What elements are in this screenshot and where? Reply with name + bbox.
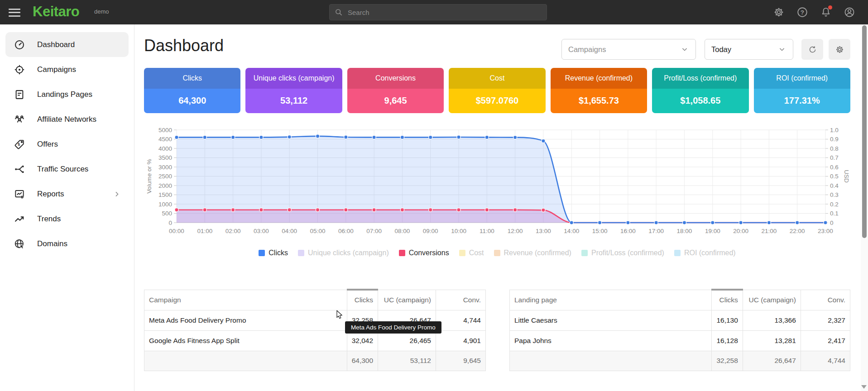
column-header-uc-campaign[interactable]: UC (campaign)	[378, 290, 436, 310]
table-cell[interactable]: Google Ads Fitness App Split	[144, 330, 347, 351]
legend-swatch	[259, 250, 265, 256]
svg-text:21:00: 21:00	[761, 228, 777, 234]
svg-text:0.6: 0.6	[830, 164, 839, 171]
search-input[interactable]	[348, 9, 542, 16]
table-cell[interactable]: 13,366	[743, 310, 801, 330]
svg-text:0.3: 0.3	[830, 191, 839, 198]
svg-text:4500: 4500	[158, 136, 172, 143]
table-row[interactable]: Little Caesars16,13013,3662,327	[510, 310, 850, 330]
legend-item-profit-loss-confirmed[interactable]: Profit/Loss (confirmed)	[581, 249, 664, 257]
svg-text:2500: 2500	[158, 173, 172, 180]
stat-card-title: Conversions	[347, 68, 444, 89]
svg-text:0.1: 0.1	[830, 210, 839, 217]
stat-card-cost[interactable]: Cost $597.0760	[449, 68, 545, 113]
table-cell[interactable]: Meta Ads Food Delivery Promo	[144, 310, 347, 330]
dashboard-icon	[14, 39, 25, 51]
sidebar-item-label: Traffic Sources	[37, 165, 88, 174]
legend-item-revenue-confirmed[interactable]: Revenue (confirmed)	[494, 249, 571, 257]
legend-swatch	[674, 250, 681, 256]
table-cell[interactable]: 16,130	[712, 310, 743, 330]
svg-text:0.8: 0.8	[830, 145, 839, 152]
help-icon	[796, 6, 808, 18]
stat-card-roi-confirmed[interactable]: ROI (confirmed) 177.31%	[754, 68, 850, 113]
svg-text:07:00: 07:00	[366, 228, 382, 234]
column-header-conv[interactable]: Conv.	[436, 290, 486, 310]
column-header-campaign[interactable]: Campaign	[144, 290, 347, 310]
legend-item-conversions[interactable]: Conversions	[399, 249, 449, 257]
settings-button[interactable]	[773, 6, 785, 18]
column-header-clicks[interactable]: Clicks	[347, 290, 378, 310]
svg-text:1.0: 1.0	[830, 127, 839, 134]
sidebar-item-trends[interactable]: Trends	[5, 206, 129, 231]
refresh-icon	[808, 45, 817, 54]
menu-icon[interactable]	[8, 6, 21, 18]
stat-card-value: 177.31%	[754, 89, 850, 113]
page-title: Dashboard	[144, 36, 224, 55]
legend-item-cost[interactable]: Cost	[459, 249, 484, 257]
legend-item-roi-confirmed[interactable]: ROI (confirmed)	[674, 249, 736, 257]
dashboard-chart[interactable]: 0500100015002000250030003500400045005000…	[144, 127, 850, 239]
totals-cell: 64,300	[347, 351, 378, 371]
svg-text:0.2: 0.2	[830, 201, 839, 208]
sidebar-item-campaigns[interactable]: Campaigns	[5, 57, 129, 82]
table-cell[interactable]: 13,281	[743, 330, 801, 351]
keitaro-logo[interactable]: Keitaro	[33, 4, 79, 20]
sidebar-item-affiliate-networks[interactable]: Affiliate Networks	[5, 107, 129, 132]
legend-item-clicks[interactable]: Clicks	[259, 249, 288, 257]
svg-text:20:00: 20:00	[733, 228, 748, 234]
sidebar-item-offers[interactable]: Offers	[5, 132, 129, 157]
landing-pages-icon	[14, 89, 25, 100]
stat-card-title: Unique clicks (campaign)	[245, 68, 342, 89]
date-range-select[interactable]: Today	[705, 39, 793, 60]
stat-card-revenue-confirmed[interactable]: Revenue (confirmed) $1,655.73	[551, 68, 647, 113]
account-button[interactable]	[844, 6, 855, 18]
svg-text:4000: 4000	[158, 145, 172, 152]
traffic-sources-icon	[14, 163, 25, 175]
table-cell[interactable]: 4,901	[436, 330, 486, 351]
sidebar-item-domains[interactable]: Domains	[5, 231, 129, 256]
affiliate-networks-icon	[14, 114, 25, 125]
svg-text:0.7: 0.7	[830, 154, 839, 161]
column-header-conv[interactable]: Conv.	[801, 290, 850, 310]
dashboard-settings-button[interactable]	[829, 39, 850, 60]
table-cell[interactable]: 16,128	[712, 330, 743, 351]
legend-swatch	[298, 250, 304, 256]
table-cell[interactable]: 2,417	[801, 330, 850, 351]
svg-text:0: 0	[168, 219, 172, 226]
svg-text:19:00: 19:00	[705, 228, 720, 234]
chevron-down-icon	[777, 45, 786, 54]
user-icon	[844, 6, 855, 18]
stat-card-unique-clicks-campaign[interactable]: Unique clicks (campaign) 53,112	[245, 68, 342, 113]
svg-text:22:00: 22:00	[790, 228, 805, 234]
sidebar-item-dashboard[interactable]: Dashboard	[5, 32, 129, 57]
environment-label: demo	[94, 8, 109, 15]
sidebar-item-landings-pages[interactable]: Landings Pages	[5, 82, 129, 107]
help-button[interactable]	[796, 6, 808, 18]
sidebar-item-label: Reports	[37, 190, 64, 199]
notifications-button[interactable]	[820, 6, 832, 18]
campaign-filter-select[interactable]: Campaigns	[561, 39, 696, 60]
column-header-uc-campaign[interactable]: UC (campaign)	[743, 290, 801, 310]
totals-cell: 26,647	[743, 351, 801, 371]
scroll-down-arrow-icon[interactable]	[861, 385, 867, 389]
refresh-button[interactable]	[801, 39, 823, 60]
svg-text:16:00: 16:00	[620, 228, 636, 234]
table-cell[interactable]: Little Caesars	[510, 310, 712, 330]
page-scrollbar[interactable]	[861, 24, 868, 391]
stat-card-conversions[interactable]: Conversions 9,645	[347, 68, 444, 113]
landing-pages-table: Landing pageClicksUC (campaign)Conv.Litt…	[509, 289, 850, 371]
stat-card-profit-loss-confirmed[interactable]: Profit/Loss (confirmed) $1,058.65	[652, 68, 748, 113]
table-cell[interactable]: 2,327	[801, 310, 850, 330]
sidebar-item-traffic-sources[interactable]: Traffic Sources	[5, 157, 129, 181]
column-header-landing-page[interactable]: Landing page	[510, 290, 712, 310]
table-cell[interactable]: Papa Johns	[510, 330, 712, 351]
stat-card-title: Clicks	[144, 68, 240, 89]
stat-card-clicks[interactable]: Clicks 64,300	[144, 68, 240, 113]
table-row[interactable]: Papa Johns16,12813,2812,417	[510, 330, 850, 351]
column-header-clicks[interactable]: Clicks	[712, 290, 743, 310]
sidebar-item-reports[interactable]: Reports	[5, 181, 129, 206]
scrollbar-thumb[interactable]	[862, 25, 867, 238]
legend-item-unique-clicks-campaign[interactable]: Unique clicks (campaign)	[298, 249, 389, 257]
domains-icon	[14, 238, 25, 250]
table-cell[interactable]: 4,744	[436, 310, 486, 330]
